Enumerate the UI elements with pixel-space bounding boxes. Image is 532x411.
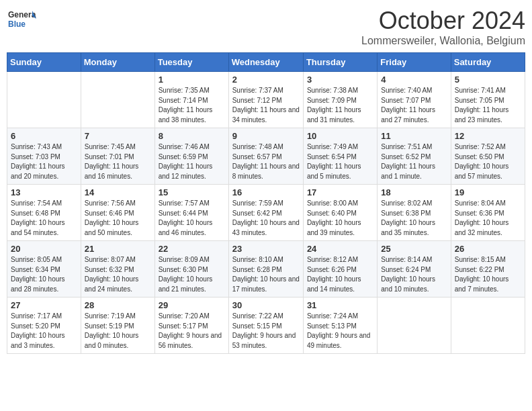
day-info: Sunrise: 8:14 AM Sunset: 6:24 PM Dayligh… (381, 255, 447, 294)
day-number: 22 (159, 244, 225, 254)
calendar-cell (7, 72, 81, 128)
day-number: 12 (455, 131, 521, 141)
day-number: 31 (307, 300, 373, 310)
day-info: Sunrise: 7:24 AM Sunset: 5:13 PM Dayligh… (307, 312, 373, 351)
calendar-cell (81, 72, 154, 128)
day-number: 11 (381, 131, 447, 141)
calendar-cell: 22Sunrise: 8:09 AM Sunset: 6:30 PM Dayli… (154, 241, 228, 298)
month-title: October 2024 (361, 7, 525, 35)
day-number: 20 (11, 244, 77, 254)
day-number: 27 (11, 300, 77, 310)
weekday-header-row: SundayMondayTuesdayWednesdayThursdayFrid… (7, 53, 525, 72)
calendar-cell: 19Sunrise: 8:04 AM Sunset: 6:36 PM Dayli… (451, 185, 525, 241)
day-info: Sunrise: 8:12 AM Sunset: 6:26 PM Dayligh… (307, 255, 373, 294)
week-row-2: 6Sunrise: 7:43 AM Sunset: 7:03 PM Daylig… (7, 128, 525, 185)
day-info: Sunrise: 7:49 AM Sunset: 6:54 PM Dayligh… (307, 142, 373, 181)
day-info: Sunrise: 8:15 AM Sunset: 6:22 PM Dayligh… (455, 255, 521, 294)
day-number: 1 (159, 75, 225, 85)
day-info: Sunrise: 8:09 AM Sunset: 6:30 PM Dayligh… (159, 255, 225, 294)
day-number: 23 (232, 244, 300, 254)
week-row-1: 1Sunrise: 7:35 AM Sunset: 7:14 PM Daylig… (7, 72, 525, 128)
calendar-cell: 14Sunrise: 7:56 AM Sunset: 6:46 PM Dayli… (81, 185, 154, 241)
calendar-cell: 10Sunrise: 7:49 AM Sunset: 6:54 PM Dayli… (303, 128, 377, 185)
calendar-cell: 29Sunrise: 7:20 AM Sunset: 5:17 PM Dayli… (154, 298, 228, 354)
day-info: Sunrise: 7:57 AM Sunset: 6:44 PM Dayligh… (159, 199, 225, 238)
day-info: Sunrise: 8:05 AM Sunset: 6:34 PM Dayligh… (11, 255, 77, 294)
calendar-cell: 4Sunrise: 7:40 AM Sunset: 7:07 PM Daylig… (378, 72, 451, 128)
svg-text:General: General (8, 10, 36, 19)
calendar-cell: 2Sunrise: 7:37 AM Sunset: 7:12 PM Daylig… (228, 72, 303, 128)
day-number: 6 (11, 131, 77, 141)
day-number: 26 (455, 244, 521, 254)
logo-svg: General Blue (7, 7, 36, 36)
calendar-cell: 11Sunrise: 7:51 AM Sunset: 6:52 PM Dayli… (378, 128, 451, 185)
weekday-header-friday: Friday (378, 53, 451, 72)
calendar-cell: 7Sunrise: 7:45 AM Sunset: 7:01 PM Daylig… (81, 128, 154, 185)
calendar-cell: 21Sunrise: 8:07 AM Sunset: 6:32 PM Dayli… (81, 241, 154, 298)
day-info: Sunrise: 8:04 AM Sunset: 6:36 PM Dayligh… (455, 199, 521, 238)
calendar-cell: 24Sunrise: 8:12 AM Sunset: 6:26 PM Dayli… (303, 241, 377, 298)
calendar-cell: 13Sunrise: 7:54 AM Sunset: 6:48 PM Dayli… (7, 185, 81, 241)
calendar-cell: 18Sunrise: 8:02 AM Sunset: 6:38 PM Dayli… (378, 185, 451, 241)
calendar-cell: 3Sunrise: 7:38 AM Sunset: 7:09 PM Daylig… (303, 72, 377, 128)
day-info: Sunrise: 7:19 AM Sunset: 5:19 PM Dayligh… (85, 312, 151, 351)
day-number: 18 (381, 187, 447, 197)
day-info: Sunrise: 7:37 AM Sunset: 7:12 PM Dayligh… (232, 86, 300, 125)
weekday-header-monday: Monday (81, 53, 154, 72)
calendar-cell: 20Sunrise: 8:05 AM Sunset: 6:34 PM Dayli… (7, 241, 81, 298)
day-info: Sunrise: 7:56 AM Sunset: 6:46 PM Dayligh… (85, 199, 151, 238)
weekday-header-wednesday: Wednesday (228, 53, 303, 72)
header: General Blue October 2024 Lommersweiler,… (7, 7, 525, 47)
day-info: Sunrise: 8:07 AM Sunset: 6:32 PM Dayligh… (85, 255, 151, 294)
calendar-cell: 23Sunrise: 8:10 AM Sunset: 6:28 PM Dayli… (228, 241, 303, 298)
day-number: 4 (381, 75, 447, 85)
day-info: Sunrise: 8:10 AM Sunset: 6:28 PM Dayligh… (232, 255, 300, 294)
calendar-cell: 9Sunrise: 7:48 AM Sunset: 6:57 PM Daylig… (228, 128, 303, 185)
day-info: Sunrise: 7:22 AM Sunset: 5:15 PM Dayligh… (232, 312, 300, 351)
day-info: Sunrise: 7:45 AM Sunset: 7:01 PM Dayligh… (85, 142, 151, 181)
week-row-5: 27Sunrise: 7:17 AM Sunset: 5:20 PM Dayli… (7, 298, 525, 354)
day-info: Sunrise: 7:54 AM Sunset: 6:48 PM Dayligh… (11, 199, 77, 238)
day-info: Sunrise: 7:35 AM Sunset: 7:14 PM Dayligh… (159, 86, 225, 125)
day-info: Sunrise: 7:40 AM Sunset: 7:07 PM Dayligh… (381, 86, 447, 125)
calendar-cell: 6Sunrise: 7:43 AM Sunset: 7:03 PM Daylig… (7, 128, 81, 185)
calendar-cell: 31Sunrise: 7:24 AM Sunset: 5:13 PM Dayli… (303, 298, 377, 354)
week-row-4: 20Sunrise: 8:05 AM Sunset: 6:34 PM Dayli… (7, 241, 525, 298)
day-info: Sunrise: 7:46 AM Sunset: 6:59 PM Dayligh… (159, 142, 225, 181)
day-number: 29 (159, 300, 225, 310)
title-area: October 2024 Lommersweiler, Wallonia, Be… (361, 7, 525, 47)
day-number: 25 (381, 244, 447, 254)
weekday-header-thursday: Thursday (303, 53, 377, 72)
day-info: Sunrise: 7:52 AM Sunset: 6:50 PM Dayligh… (455, 142, 521, 181)
day-number: 3 (307, 75, 373, 85)
day-number: 14 (85, 187, 151, 197)
calendar-cell (451, 298, 525, 354)
day-number: 8 (159, 131, 225, 141)
calendar-cell: 16Sunrise: 7:59 AM Sunset: 6:42 PM Dayli… (228, 185, 303, 241)
day-info: Sunrise: 7:43 AM Sunset: 7:03 PM Dayligh… (11, 142, 77, 181)
day-number: 17 (307, 187, 373, 197)
calendar-cell: 12Sunrise: 7:52 AM Sunset: 6:50 PM Dayli… (451, 128, 525, 185)
day-number: 30 (232, 300, 300, 310)
calendar-cell: 26Sunrise: 8:15 AM Sunset: 6:22 PM Dayli… (451, 241, 525, 298)
svg-text:Blue: Blue (8, 19, 26, 29)
week-row-3: 13Sunrise: 7:54 AM Sunset: 6:48 PM Dayli… (7, 185, 525, 241)
day-number: 9 (232, 131, 300, 141)
day-number: 28 (85, 300, 151, 310)
weekday-header-sunday: Sunday (7, 53, 81, 72)
calendar-cell: 5Sunrise: 7:41 AM Sunset: 7:05 PM Daylig… (451, 72, 525, 128)
day-number: 5 (455, 75, 521, 85)
day-info: Sunrise: 7:38 AM Sunset: 7:09 PM Dayligh… (307, 86, 373, 125)
calendar-cell: 28Sunrise: 7:19 AM Sunset: 5:19 PM Dayli… (81, 298, 154, 354)
day-info: Sunrise: 7:17 AM Sunset: 5:20 PM Dayligh… (11, 312, 77, 351)
logo: General Blue (7, 7, 36, 36)
day-info: Sunrise: 7:48 AM Sunset: 6:57 PM Dayligh… (232, 142, 300, 181)
day-number: 16 (232, 187, 300, 197)
day-number: 13 (11, 187, 77, 197)
weekday-header-saturday: Saturday (451, 53, 525, 72)
day-info: Sunrise: 7:20 AM Sunset: 5:17 PM Dayligh… (159, 312, 225, 351)
day-number: 15 (159, 187, 225, 197)
day-number: 21 (85, 244, 151, 254)
day-info: Sunrise: 8:02 AM Sunset: 6:38 PM Dayligh… (381, 199, 447, 238)
calendar-cell: 17Sunrise: 8:00 AM Sunset: 6:40 PM Dayli… (303, 185, 377, 241)
